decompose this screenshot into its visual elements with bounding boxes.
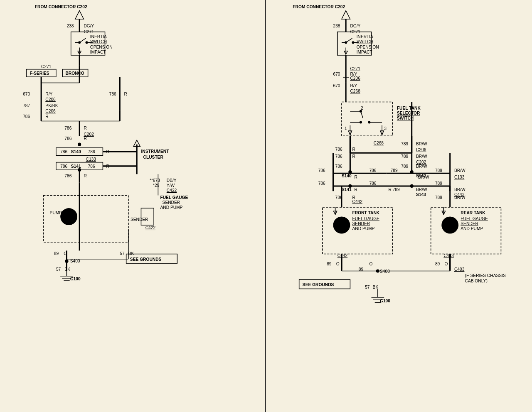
wire-r-c202: R	[84, 136, 86, 141]
wire-dgy-label: DG/Y	[84, 24, 94, 28]
right-wire-57: 57	[365, 285, 370, 289]
instrument-label1: INSTRUMENT	[141, 149, 169, 154]
c443-bottom: C443	[443, 253, 454, 258]
wire-786-merged: 786	[64, 126, 71, 130]
wire-brw-s143: BR/W	[454, 187, 466, 192]
wire-786-s141-l: 786	[60, 164, 67, 169]
fuel-selector-label2: SELECTOR	[397, 111, 420, 115]
pump-label: M	[64, 215, 67, 219]
right-switch-dot1	[345, 41, 347, 44]
wire-brw-s143-b: BR/W	[454, 195, 466, 200]
fseries-chassis1: (F-SERIES CHASSIS	[465, 273, 506, 278]
wire-yw: Y/W	[167, 183, 175, 188]
wire-pkbk: PK/BK	[45, 103, 58, 108]
selector-arm	[361, 111, 363, 118]
right-c268-label: C268	[350, 89, 360, 93]
right-inertia4: IMPACT	[357, 50, 372, 54]
wire-brw-right: BR/W	[416, 142, 427, 146]
wire-brw-s142: BR/W	[418, 175, 429, 179]
right-connector-triangle	[342, 11, 350, 19]
front-motor-label: M	[337, 223, 340, 228]
wire-789-s140-r: 789	[391, 168, 398, 173]
selector-dot-r	[368, 121, 370, 123]
wire-673: **673	[150, 178, 160, 183]
wire-89-rear: 89	[435, 262, 440, 266]
fuel-pump-box	[43, 195, 128, 242]
fseries-chassis2: CAB ONLY)	[465, 279, 488, 283]
c133-label: C133	[86, 157, 96, 162]
wire-789-right: 789	[401, 142, 408, 146]
rear-motor	[441, 217, 458, 234]
wire-57: 57	[120, 251, 125, 256]
wire-dby: DB/Y	[167, 178, 177, 183]
right-s140-label: S140	[342, 174, 352, 178]
left-diagram: FROM CONNECTOR C202 238 DG/Y C271	[0, 0, 266, 412]
s140-label: S140	[71, 150, 81, 154]
right-g100: G100	[380, 299, 390, 303]
connector-triangle	[75, 11, 84, 19]
instrument-label2: CLUSTER	[143, 155, 164, 159]
front-motor	[333, 217, 350, 234]
wire-r-l2: R	[352, 154, 355, 159]
c422-bottom: C422	[145, 226, 156, 230]
fuel-gauge-label3: AND PUMP	[160, 205, 182, 210]
c442-top: C442	[352, 199, 363, 204]
wire-r-s141-l: R	[355, 187, 357, 192]
rear-motor-label: M	[445, 223, 448, 228]
wire-ry: R/Y	[45, 92, 52, 96]
pump-motor	[60, 208, 77, 225]
s143-dot	[410, 184, 414, 188]
junction-dot-main	[78, 143, 81, 146]
right-s143-label: S143	[416, 192, 426, 197]
c206-label-a: C206	[45, 97, 56, 102]
label-1: 1	[345, 126, 347, 131]
c133-right: C133	[454, 175, 465, 179]
right-670b: 670	[333, 83, 340, 88]
rear-tank-label2: FUEL GAUGE	[461, 216, 488, 221]
sender-label: SENDER	[131, 217, 148, 222]
wire-786-below: 786	[64, 174, 71, 178]
pump-text: PUMP	[50, 211, 62, 215]
wire-r-left-r: R	[352, 147, 355, 152]
right-670a: 670	[333, 72, 340, 76]
c403-label: C403	[454, 267, 465, 272]
wire-670: 670	[23, 92, 30, 96]
s141-label: S141	[71, 164, 81, 169]
wire-786-s141-r: 786	[88, 164, 95, 169]
wire-brw-c133: BR/W	[454, 168, 466, 173]
right-s141-label: S141	[342, 187, 352, 192]
inertia-label4: IMPACT	[90, 50, 106, 54]
switch-dot-right	[85, 41, 88, 44]
wire-786-s140-r: 786	[88, 150, 95, 154]
wire-29: *29	[153, 183, 160, 188]
wire-r-right: R	[124, 92, 127, 96]
wire-789-c: 789	[401, 164, 408, 169]
rear-tank-label4: AND PUMP	[461, 226, 483, 231]
wire-89: 89	[54, 251, 59, 256]
wire-r-s140-m: R	[355, 175, 357, 179]
fuel-tank-label1: FUEL TANK	[397, 106, 421, 110]
wire-89-front: 89	[327, 262, 332, 266]
inertia-label1: INERTIA	[90, 34, 107, 39]
wire-786-s140-l: 786	[60, 150, 67, 154]
g100-label: G100	[70, 277, 81, 281]
wire-789-s143-b: 789	[435, 195, 442, 200]
wire-786-l2: 786	[335, 154, 342, 159]
right-inertia1: INERTIA	[357, 34, 373, 39]
c442-bottom: C442	[337, 253, 348, 258]
fseries-label: F-SERIES	[30, 71, 49, 76]
wire-o-mid: O	[369, 262, 372, 266]
selector-dot-l	[360, 121, 362, 123]
wire-789-s142-r: 789	[435, 168, 442, 173]
wire-786-s141-m: 786	[369, 181, 376, 186]
wire-786-s140-m: 786	[369, 168, 376, 173]
fuel-gauge-label1: FUEL GAUGE	[160, 195, 188, 200]
wire-786-left-r: 786	[335, 147, 342, 152]
wire-786-s140-l: 786	[318, 168, 325, 173]
left-title: FROM CONNECTOR C202	[35, 5, 87, 9]
s400-label: S400	[70, 259, 80, 263]
wire-786-right: 786	[109, 92, 116, 96]
wiring-diagram: FROM CONNECTOR C202 238 DG/Y C271	[0, 0, 532, 412]
inertia-label3: OPENS ON	[90, 45, 113, 49]
c206-right: C206	[416, 147, 426, 152]
